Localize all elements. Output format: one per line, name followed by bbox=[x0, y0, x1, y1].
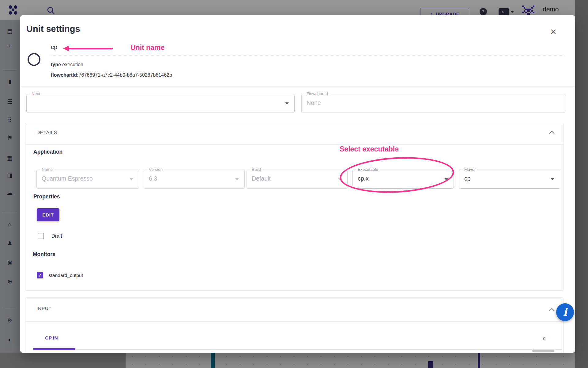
flowchartid-label: flowchartId: bbox=[51, 72, 79, 78]
monitor-checkbox-row: ✓ standard_output bbox=[37, 272, 83, 278]
caret-down-icon bbox=[444, 178, 448, 180]
caret-down-icon bbox=[235, 178, 239, 180]
details-divider bbox=[25, 144, 563, 145]
unit-node-icon bbox=[28, 53, 40, 66]
caret-down-icon bbox=[285, 102, 289, 105]
executable-label: Executable bbox=[356, 167, 380, 172]
app-flavor-select[interactable]: Flavor cp bbox=[459, 170, 560, 189]
annotation-arrow-icon bbox=[63, 45, 113, 52]
close-icon[interactable]: ✕ bbox=[548, 27, 559, 37]
details-section: DETAILS Select executable Application Na… bbox=[25, 123, 564, 291]
input-header: INPUT bbox=[36, 306, 52, 311]
input-section: INPUT CP.IN ‹ bbox=[25, 297, 564, 353]
annotation-select-executable: Select executable bbox=[340, 145, 399, 153]
modal-title: Unit settings bbox=[26, 24, 80, 34]
flowchartid-field-label: FlowchartId bbox=[305, 91, 330, 96]
tabs-bottom-border bbox=[33, 349, 562, 350]
app-build-select: Build Default bbox=[247, 170, 348, 189]
tab-cp-in[interactable]: CP.IN bbox=[45, 335, 58, 341]
caret-down-icon bbox=[551, 178, 554, 180]
active-tab-indicator bbox=[33, 348, 75, 350]
build-label: Build bbox=[250, 167, 262, 172]
version-value: 6.3 bbox=[149, 175, 157, 182]
monitors-label: Monitors bbox=[33, 251, 55, 258]
unit-name-value: cp bbox=[51, 44, 57, 51]
app-executable-select[interactable]: Executable cp.x bbox=[352, 170, 454, 189]
app-version-select: Version 6.3 bbox=[144, 170, 245, 189]
details-header: DETAILS bbox=[36, 130, 57, 135]
standard-output-checkbox[interactable]: ✓ bbox=[37, 272, 43, 278]
caret-down-icon bbox=[338, 178, 342, 180]
check-icon: ✓ bbox=[38, 273, 42, 278]
draft-checkbox[interactable] bbox=[38, 233, 44, 239]
unit-settings-modal: Unit settings ✕ cp Unit name type execut… bbox=[20, 15, 575, 353]
type-value: execution bbox=[62, 62, 83, 67]
draft-label: Draft bbox=[51, 233, 62, 239]
tabs-scroll-left-chevron-icon[interactable]: ‹ bbox=[539, 333, 548, 343]
input-side-divider bbox=[562, 321, 562, 353]
draft-checkbox-row: Draft bbox=[38, 233, 62, 239]
name-value: Quantum Espresso bbox=[42, 175, 93, 182]
app-name-select: Name Quantum Espresso bbox=[36, 170, 139, 189]
annotation-unit-name: Unit name bbox=[130, 44, 164, 52]
type-label: type bbox=[51, 62, 61, 67]
flavor-label: Flavor bbox=[463, 167, 477, 172]
executable-value: cp.x bbox=[358, 175, 369, 182]
next-label: Next bbox=[30, 91, 42, 96]
input-divider bbox=[25, 321, 563, 322]
standard-output-label: standard_output bbox=[49, 273, 83, 278]
flavor-value: cp bbox=[464, 175, 471, 182]
next-select[interactable]: Next bbox=[26, 94, 295, 113]
version-label: Version bbox=[147, 167, 164, 172]
unit-flowchartid-row: flowchartId:76766971-a7c2-44b0-b8a7-5028… bbox=[51, 72, 172, 78]
application-label: Application bbox=[33, 149, 62, 155]
caret-down-icon bbox=[130, 178, 133, 180]
info-fab-button[interactable]: i bbox=[556, 303, 574, 321]
flowchartid-field: FlowchartId None bbox=[301, 94, 565, 113]
flowchartid-field-value: None bbox=[307, 99, 321, 106]
horizontal-scrollbar-thumb[interactable] bbox=[532, 350, 554, 352]
screen: ▤+▮☰⠿⚑▦◨☁⌂♟◉⊕⚙◐○ ↑ UPGRADE ? >_ bbox=[0, 0, 588, 368]
properties-label: Properties bbox=[33, 194, 60, 200]
modal-header-divider bbox=[20, 86, 575, 87]
build-value: Default bbox=[252, 175, 271, 182]
unit-name-underline bbox=[51, 55, 565, 56]
edit-properties-button[interactable]: EDIT bbox=[37, 208, 59, 221]
flowchartid-value: 76766971-a7c2-44b0-b8a7-50287b81462b bbox=[79, 72, 172, 78]
collapse-input-chevron-up-icon[interactable] bbox=[550, 308, 554, 312]
name-label: Name bbox=[40, 167, 54, 172]
unit-type-row: type execution bbox=[51, 62, 83, 67]
collapse-details-chevron-up-icon[interactable] bbox=[550, 130, 554, 135]
